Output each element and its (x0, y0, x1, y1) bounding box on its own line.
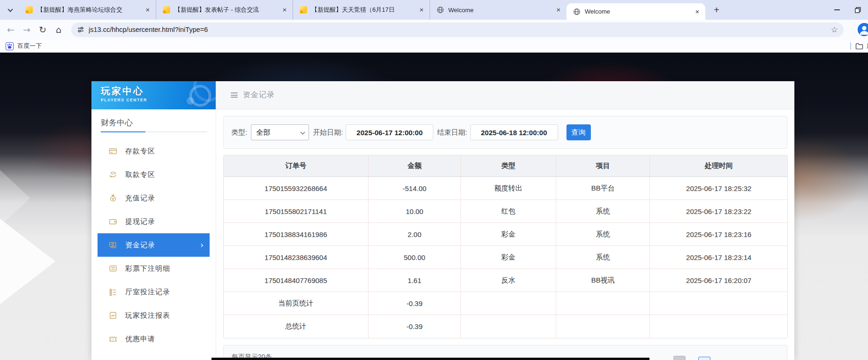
table-cell: 系统 (556, 200, 650, 223)
tab-close-icon[interactable]: × (280, 6, 289, 14)
reload-button[interactable]: ↻ (35, 22, 51, 38)
table-row: 1750148238639604500.00彩金系统2025-06-17 18:… (224, 246, 787, 269)
forum-favicon-icon (300, 6, 307, 14)
column-header: 金额 (369, 155, 461, 177)
sidebar-banner: 玩家中心 PLAYERS CENTER (91, 81, 216, 109)
table-cell: 总统计 (224, 315, 369, 338)
tab-close-icon[interactable]: × (693, 8, 702, 16)
pagination-button-page[interactable] (698, 357, 710, 360)
start-date-input[interactable]: 2025-06-17 12:00:00 (346, 124, 433, 140)
end-date-label: 结束日期: (437, 128, 467, 137)
table-cell: -0.39 (369, 315, 461, 338)
back-button[interactable]: ← (3, 22, 19, 38)
tabs-container: 【新提醒】海燕策略论坛综合交 × 【新提醒】发表帖子 - 综合交流 × 【新提醒… (19, 0, 705, 20)
screen-bottom-edge (211, 358, 649, 360)
site-settings-icon[interactable] (77, 26, 84, 33)
type-select-value: 全部 (256, 128, 270, 137)
table-cell (650, 292, 787, 315)
sidebar-item-withdraw[interactable]: 取款专区 (98, 163, 210, 186)
browser-tab-4[interactable]: Welcome × (430, 0, 566, 20)
tab-strip: 【新提醒】海燕策略论坛综合交 × 【新提醒】发表帖子 - 综合交流 × 【新提醒… (0, 0, 868, 20)
table-cell: 2025-06-17 16:20:07 (650, 269, 787, 292)
tab-search-button[interactable] (5, 4, 17, 16)
bookmark-label: 百度一下 (17, 42, 42, 50)
coupon-icon (109, 335, 117, 343)
sidebar-item-deposit[interactable]: 存款专区 (98, 139, 210, 163)
sidebar-item-label: 资金记录 (125, 241, 155, 250)
tab-close-icon[interactable]: × (554, 6, 563, 14)
sidebar-item-lottery-bets[interactable]: 彩票下注明细 (98, 257, 210, 280)
table-row: 175015580217114110.00红包系统2025-06-17 18:2… (224, 200, 787, 223)
sidebar-item-promo-apply[interactable]: 优惠申请 (98, 327, 210, 351)
page-background: 玩家中心 PLAYERS CENTER 财务中心 存款专区 取款专区 充值记 (0, 53, 868, 360)
url-text: js13.cc/hhcp/usercenter.html?iniType=6 (89, 26, 831, 33)
forum-favicon-icon (163, 6, 170, 14)
browser-tab-3[interactable]: 【新提醒】天天竞猜（6月17日 × (293, 0, 430, 20)
sidebar-item-recharge-record[interactable]: 充值记录 (98, 186, 210, 210)
sidebar: 玩家中心 PLAYERS CENTER 财务中心 存款专区 取款专区 充值记 (91, 81, 216, 360)
browser-toolbar: ← → ↻ ⌂ js13.cc/hhcp/usercenter.html?ini… (0, 20, 868, 39)
sidebar-item-withdraw-record[interactable]: 提现记录 (98, 210, 210, 233)
sidebar-item-player-report[interactable]: 玩家投注报表 (98, 304, 210, 327)
minimize-icon (834, 9, 840, 10)
sidebar-item-funds-record[interactable]: 资金记录 › (98, 233, 210, 257)
tab-close-icon[interactable]: × (143, 6, 152, 14)
sidebar-section: 财务中心 (101, 114, 207, 132)
forward-button[interactable]: → (19, 22, 35, 38)
table-cell: 彩金 (461, 246, 556, 269)
table-cell: 1750148238639604 (224, 246, 369, 269)
table-cell: BB平台 (556, 177, 650, 200)
sidebar-item-label: 充值记录 (125, 194, 155, 203)
new-tab-button[interactable]: + (710, 3, 723, 16)
type-select[interactable]: 全部 (251, 124, 309, 140)
report-icon (109, 311, 117, 320)
table-cell: 当前页统计 (224, 292, 369, 315)
type-label: 类型: (231, 128, 247, 137)
table-cell: 额度转出 (461, 177, 556, 200)
bookmark-baidu[interactable]: 百度一下 (6, 42, 42, 50)
table-cell: -0.39 (369, 292, 461, 315)
globe-favicon-icon (573, 8, 581, 15)
column-header: 处理时间 (650, 155, 787, 177)
tab-title: Welcome (448, 7, 551, 14)
baidu-paw-icon (6, 42, 14, 50)
profile-avatar[interactable] (858, 23, 868, 36)
records-table: 订单号金额类型项目处理时间 1750155932268664-514.00额度转… (223, 155, 788, 338)
search-button[interactable]: 查询 (566, 124, 591, 140)
sidebar-item-label: 取款专区 (125, 170, 155, 179)
window-controls (827, 0, 868, 20)
list-doc-icon (109, 264, 117, 273)
table-cell: 2025-06-17 18:23:14 (650, 246, 787, 269)
chevron-right-icon: › (200, 240, 204, 250)
tab-close-icon[interactable]: × (417, 6, 426, 14)
table-row: 17501484077690851.61反水BB视讯2025-06-17 16:… (224, 269, 787, 292)
home-button[interactable]: ⌂ (51, 22, 67, 38)
table-cell (461, 315, 556, 338)
start-date-label: 开始日期: (313, 128, 343, 137)
bookmarks-divider (850, 42, 851, 50)
url-bar[interactable]: js13.cc/hhcp/usercenter.html?iniType=6 ☆ (71, 23, 844, 37)
table-cell: 1750155802171141 (224, 200, 369, 223)
deposit-card-icon (109, 147, 117, 155)
restore-button[interactable] (847, 0, 868, 20)
browser-tab-2[interactable]: 【新提醒】发表帖子 - 综合交流 × (156, 0, 293, 20)
pagination-button-prev[interactable] (673, 356, 686, 360)
end-date-input[interactable]: 2025-06-18 12:00:00 (470, 124, 558, 140)
menu-icon (231, 92, 238, 98)
bookmarks-overflow-area: 所 (850, 39, 868, 53)
table-cell: 10.00 (369, 200, 461, 223)
content-panel: 资金记录 类型: 全部 开始日期: 2025-06-17 12:00:00 结束… (216, 81, 794, 360)
poker-chip-decoration-small (187, 97, 194, 105)
table-cell: 系统 (556, 223, 650, 246)
table-header: 订单号金额类型项目处理时间 (224, 155, 787, 177)
bookmarks-bar: 百度一下 所 (0, 39, 868, 53)
content-header: 资金记录 (216, 81, 794, 109)
bookmark-star-icon[interactable]: ☆ (831, 25, 838, 34)
browser-tab-1[interactable]: 【新提醒】海燕策略论坛综合交 × (19, 0, 156, 20)
column-header: 类型 (461, 155, 556, 177)
sidebar-item-hall-bets[interactable]: 厅室投注记录 (98, 280, 210, 304)
minimize-button[interactable] (827, 0, 847, 20)
browser-window: 【新提醒】海燕策略论坛综合交 × 【新提醒】发表帖子 - 综合交流 × 【新提醒… (0, 0, 868, 360)
browser-tab-5[interactable]: Welcome × (566, 3, 705, 20)
all-bookmarks-button[interactable]: 所 (855, 42, 868, 50)
